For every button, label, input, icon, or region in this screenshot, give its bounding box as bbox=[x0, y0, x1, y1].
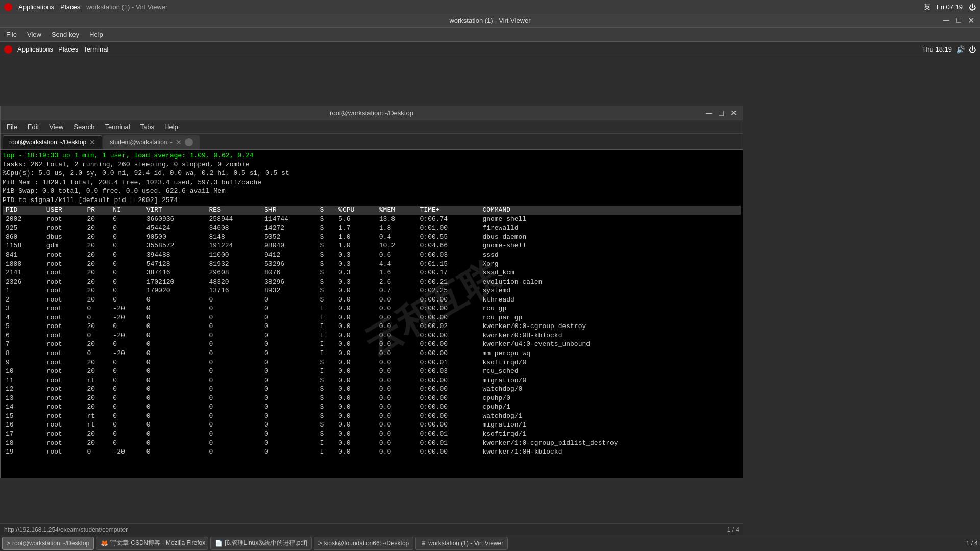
term-menu-terminal[interactable]: Terminal bbox=[101, 122, 134, 132]
table-row: 18root200000I0.00.00:00.01kworker/1:0-cg… bbox=[3, 439, 741, 448]
taskbar-item-icon: 📄 bbox=[215, 540, 223, 547]
term-menu-file[interactable]: File bbox=[3, 122, 21, 132]
tab-student-close[interactable]: ✕ bbox=[176, 138, 182, 146]
virt-menu-view[interactable]: View bbox=[23, 30, 45, 39]
guest-places-label[interactable]: Places bbox=[58, 45, 78, 53]
terminal-status-bar: http://192.168.1.254/exeam/student/compu… bbox=[0, 523, 743, 535]
guest-panel-left: Applications Places Terminal bbox=[4, 45, 108, 54]
top-line2: Tasks: 262 total, 2 running, 260 sleepin… bbox=[3, 160, 741, 169]
taskbar-item[interactable]: 🦊写文章-CSDN博客 - Mozilla Firefox bbox=[96, 537, 208, 550]
table-row: 17root200000S0.00.00:00.01ksoftirqd/1 bbox=[3, 430, 741, 439]
guest-gnome-panel: Applications Places Terminal Thu 18:19 🔊… bbox=[0, 42, 980, 57]
system-bar-right: 英 Fri 07:19 ⏻ bbox=[924, 3, 976, 12]
table-row: 2141root200387416296088076S0.31.60:00.17… bbox=[3, 268, 741, 278]
terminal-window: root@workstation:~/Desktop ─ □ ✕ File Ed… bbox=[0, 106, 743, 478]
col-mem: %MEM bbox=[376, 206, 417, 215]
table-row: 860dbus2009050081485052S1.00.40:00.55dbu… bbox=[3, 233, 741, 242]
col-virt: VIRT bbox=[143, 206, 206, 215]
table-row: 4root0-20000I0.00.00:00.00rcu_par_gp bbox=[3, 313, 741, 322]
taskbar-right: 1 / 4 bbox=[966, 540, 978, 547]
virt-window-title: workstation (1) - Virt Viewer bbox=[449, 17, 530, 24]
top-line1: top - 18:19:33 up 1 min, 1 user, load av… bbox=[3, 151, 741, 160]
top-line4: MiB Mem : 1829.1 total, 208.4 free, 1023… bbox=[3, 178, 741, 187]
table-row: 841root200394488110009412S0.30.60:00.03s… bbox=[3, 251, 741, 260]
terminal-maximize-button[interactable]: □ bbox=[716, 109, 726, 118]
system-bar-left: Applications Places workstation (1) - Vi… bbox=[4, 3, 167, 11]
term-menu-search[interactable]: Search bbox=[69, 122, 99, 132]
guest-applications-label[interactable]: Applications bbox=[17, 45, 53, 53]
col-res: RES bbox=[206, 206, 262, 215]
table-row: 15rootrt0000S0.00.00:00.00watchdog/1 bbox=[3, 412, 741, 421]
terminal-content[interactable]: top - 18:19:33 up 1 min, 1 user, load av… bbox=[1, 150, 743, 478]
process-table: PID USER PR NI VIRT RES SHR S %CPU %MEM … bbox=[3, 206, 741, 456]
taskbar-item-label: 写文章-CSDN博客 - Mozilla Firefox bbox=[110, 539, 205, 547]
table-row: 11rootrt0000S0.00.00:00.00migration/0 bbox=[3, 376, 741, 385]
term-menu-view[interactable]: View bbox=[45, 122, 67, 132]
virt-menu-file[interactable]: File bbox=[2, 30, 21, 39]
table-row: 1root200179020137168932S0.00.70:02.25sys… bbox=[3, 286, 741, 295]
table-row: 3root0-20000I0.00.00:00.00rcu_gp bbox=[3, 304, 741, 313]
terminal-tab-student[interactable]: student@workstation:~ ✕ bbox=[103, 135, 200, 149]
term-menu-tabs[interactable]: Tabs bbox=[136, 122, 158, 132]
table-row: 2002root2003660936258944114744S5.613.80:… bbox=[3, 215, 741, 224]
guest-terminal-label[interactable]: Terminal bbox=[83, 45, 108, 53]
virt-title-bar: workstation (1) - Virt Viewer ─ □ ✕ bbox=[0, 14, 980, 28]
top-line6: PID to signal/kill [default pid = 2002] … bbox=[3, 196, 741, 205]
terminal-window-title: root@workstation:~/Desktop bbox=[330, 109, 413, 117]
status-url: http://192.168.1.254/exeam/student/compu… bbox=[4, 526, 128, 533]
table-row: 1158gdm200355857219122498040S1.010.20:04… bbox=[3, 241, 741, 251]
host-places-label[interactable]: Places bbox=[60, 3, 80, 11]
taskbar-item-label: kiosk@foundation66:~/Desktop bbox=[324, 540, 409, 547]
taskbar-item-icon: 🦊 bbox=[101, 540, 108, 547]
table-row: 12root200000S0.00.00:00.00watchdog/0 bbox=[3, 385, 741, 394]
host-power-icon[interactable]: ⏻ bbox=[969, 3, 976, 11]
guest-panel-right: Thu 18:19 🔊 ⏻ bbox=[922, 45, 976, 54]
col-time: TIME+ bbox=[417, 206, 480, 215]
status-page: 1 / 4 bbox=[727, 526, 739, 533]
col-pr: PR bbox=[84, 206, 110, 215]
virt-title-buttons: ─ □ ✕ bbox=[941, 16, 976, 25]
term-menu-help[interactable]: Help bbox=[160, 122, 182, 132]
guest-power-icon[interactable]: ⏻ bbox=[969, 45, 976, 54]
terminal-tab-root[interactable]: root@workstation:~/Desktop ✕ bbox=[3, 135, 102, 149]
terminal-close-button[interactable]: ✕ bbox=[728, 109, 739, 118]
top-line3: %Cpu(s): 5.0 us, 2.0 sy, 0.0 ni, 92.4 id… bbox=[3, 169, 741, 178]
table-row: 8root0-20000I0.00.00:00.00mm_percpu_wq bbox=[3, 349, 741, 358]
taskbar-item-label: workstation (1) - Virt Viewer bbox=[428, 540, 503, 547]
taskbar-item[interactable]: >kiosk@foundation66:~/Desktop bbox=[314, 537, 414, 550]
table-row: 9root200000S0.00.00:00.01ksoftirqd/0 bbox=[3, 358, 741, 367]
host-applications-label[interactable]: Applications bbox=[18, 3, 54, 11]
table-row: 2root200000S0.00.00:00.00kthreadd bbox=[3, 295, 741, 305]
taskbar-item[interactable]: 🖥workstation (1) - Virt Viewer bbox=[415, 537, 508, 550]
table-row: 13root200000S0.00.00:00.00cpuhp/0 bbox=[3, 394, 741, 403]
table-row: 1888root2005471288193253296S0.34.40:01.1… bbox=[3, 260, 741, 269]
virt-menu-help[interactable]: Help bbox=[85, 30, 107, 39]
col-user: USER bbox=[43, 206, 84, 215]
guest-time-label: Thu 18:19 bbox=[922, 45, 952, 53]
tab-root-label: root@workstation:~/Desktop bbox=[9, 139, 86, 146]
guest-app-icon bbox=[4, 45, 12, 54]
col-cpu: %CPU bbox=[335, 206, 376, 215]
host-lang-label: 英 bbox=[924, 3, 930, 12]
taskbar-item[interactable]: >root@workstation:~/Desktop bbox=[2, 537, 94, 550]
virt-maximize-button[interactable]: □ bbox=[953, 16, 964, 25]
taskbar-item-label: [6.管理Linux系统中的进程.pdf] bbox=[225, 539, 307, 547]
virt-close-button[interactable]: ✕ bbox=[966, 16, 976, 25]
host-system-bar: Applications Places workstation (1) - Vi… bbox=[0, 0, 980, 14]
tab-root-close[interactable]: ✕ bbox=[89, 138, 95, 146]
taskbar-item[interactable]: 📄[6.管理Linux系统中的进程.pdf] bbox=[210, 537, 311, 550]
col-shr: SHR bbox=[261, 206, 317, 215]
table-row: 2326root20017021204832038296S0.32.60:00.… bbox=[3, 278, 741, 287]
virt-viewer-window: Applications Places workstation (1) - Vi… bbox=[0, 0, 980, 551]
top-line5: MiB Swap: 0.0 total, 0.0 free, 0.0 used.… bbox=[3, 187, 741, 196]
taskbar-item-icon: > bbox=[7, 540, 10, 547]
virt-minimize-button[interactable]: ─ bbox=[941, 16, 951, 25]
host-app-icon bbox=[4, 3, 12, 11]
taskbar-item-icon: > bbox=[318, 540, 322, 547]
guest-sound-icon[interactable]: 🔊 bbox=[956, 45, 965, 54]
terminal-minimize-button[interactable]: ─ bbox=[704, 109, 714, 118]
taskbar-item-label: root@workstation:~/Desktop bbox=[12, 540, 89, 547]
table-row: 925root2004544243460814272S1.71.80:01.00… bbox=[3, 223, 741, 233]
term-menu-edit[interactable]: Edit bbox=[23, 122, 43, 132]
virt-menu-sendkey[interactable]: Send key bbox=[47, 30, 83, 39]
